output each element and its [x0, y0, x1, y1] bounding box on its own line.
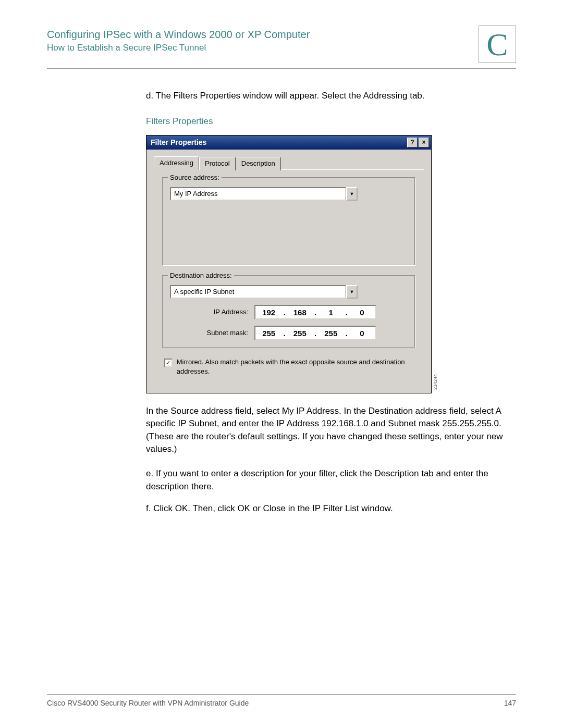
paragraph-after-figure: In the Source address field, select My I… — [146, 405, 511, 456]
chevron-down-icon[interactable]: ▼ — [346, 187, 358, 201]
filter-properties-dialog: Filter Properties ? × Addressing Protoco… — [146, 135, 432, 393]
footer-divider — [47, 694, 516, 695]
tab-panel-addressing: Source address: My IP Address ▼ Destinat… — [154, 169, 424, 385]
header-divider — [47, 68, 516, 69]
mask-octet-1[interactable]: 255 — [255, 328, 282, 339]
footer-left: Cisco RVS4000 Security Router with VPN A… — [47, 699, 249, 707]
step-f: f. Click OK. Then, click OK or Close in … — [146, 502, 511, 515]
mirrored-checkbox[interactable]: ✓ — [164, 359, 173, 367]
dialog-titlebar: Filter Properties ? × — [146, 135, 431, 149]
source-address-combo[interactable]: My IP Address ▼ — [170, 187, 358, 201]
mask-octet-3[interactable]: 255 — [317, 328, 344, 339]
dialog-title: Filter Properties — [151, 137, 407, 147]
mirrored-label: Mirrored. Also match packets with the ex… — [177, 357, 413, 376]
ip-octet-1[interactable]: 192 — [255, 307, 282, 318]
page-subtitle: How to Establish a Secure IPSec Tunnel — [47, 43, 479, 53]
mask-octet-2[interactable]: 255 — [287, 328, 313, 339]
tab-protocol[interactable]: Protocol — [199, 157, 236, 171]
source-address-value: My IP Address — [170, 187, 346, 201]
ip-octet-3[interactable]: 1 — [317, 307, 344, 318]
source-legend: Source address: — [168, 173, 222, 183]
subnet-mask-field[interactable]: 255. 255. 255. 0 — [254, 326, 376, 340]
ip-address-field[interactable]: 192. 168. 1. 0 — [254, 305, 376, 319]
help-button[interactable]: ? — [407, 138, 418, 147]
page-title: Configuring IPSec with a Windows 2000 or… — [47, 29, 479, 41]
step-d: d. The Filters Properties window will ap… — [146, 90, 511, 103]
figure-caption: Filters Properties — [146, 115, 511, 128]
chevron-down-icon[interactable]: ▼ — [346, 285, 358, 299]
tab-description[interactable]: Description — [236, 157, 281, 171]
subnet-mask-label: Subnet mask: — [170, 328, 254, 338]
mirrored-row: ✓ Mirrored. Also match packets with the … — [162, 357, 415, 380]
appendix-box: C — [479, 26, 516, 63]
dialog-figure: Filter Properties ? × Addressing Protoco… — [146, 135, 432, 393]
step-e: e. If you want to enter a description fo… — [146, 467, 511, 493]
ip-address-label: IP Address: — [170, 307, 254, 317]
tab-addressing[interactable]: Addressing — [154, 156, 199, 170]
ip-octet-4[interactable]: 0 — [349, 307, 375, 318]
figure-code: 234244 — [432, 374, 439, 390]
groupbox-destination: Destination address: A specific IP Subne… — [162, 275, 415, 348]
page-number: 147 — [504, 699, 516, 707]
page-footer: Cisco RVS4000 Security Router with VPN A… — [47, 694, 516, 707]
destination-address-value: A specific IP Subnet — [170, 285, 346, 299]
ip-octet-2[interactable]: 168 — [287, 307, 313, 318]
appendix-letter: C — [486, 28, 508, 60]
groupbox-source: Source address: My IP Address ▼ — [162, 177, 415, 266]
close-button[interactable]: × — [419, 138, 429, 147]
destination-legend: Destination address: — [168, 271, 234, 281]
destination-address-combo[interactable]: A specific IP Subnet ▼ — [170, 285, 358, 299]
mask-octet-4[interactable]: 0 — [349, 328, 375, 339]
tab-row: Addressing Protocol Description — [146, 150, 431, 170]
